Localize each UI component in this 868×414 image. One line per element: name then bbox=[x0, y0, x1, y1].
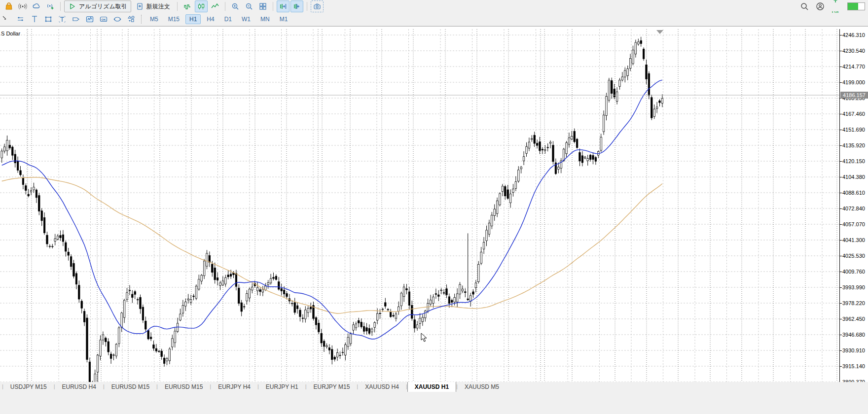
profile-icon[interactable] bbox=[816, 2, 825, 11]
trendlines-button[interactable] bbox=[14, 13, 27, 25]
chart-plot[interactable] bbox=[0, 29, 839, 398]
price-label: 4214.770 bbox=[842, 64, 865, 70]
chart-tab-eurjpy-h4[interactable]: EURJPY H4 bbox=[211, 382, 257, 392]
price-label: 3993.990 bbox=[842, 284, 865, 291]
chart-tab-eurusd-m15[interactable]: EURUSD M15 bbox=[105, 382, 156, 392]
vertical-line-button[interactable] bbox=[28, 13, 41, 25]
current-price-badge: 4186.157 bbox=[840, 92, 868, 99]
ok-dialog-button[interactable]: OK bbox=[97, 13, 110, 25]
price-label: 4246.310 bbox=[842, 32, 865, 38]
shapes-rect-button[interactable] bbox=[42, 13, 55, 25]
timeframe-w1[interactable]: W1 bbox=[238, 14, 254, 24]
new-order-button[interactable]: 新規注文 bbox=[132, 0, 174, 12]
price-tick bbox=[840, 240, 842, 241]
chart-tab-bar: |USDJPY M15|EURUSD H4|EURUSD M15|EURUSD … bbox=[0, 382, 868, 414]
candle-chart-icon bbox=[197, 2, 206, 11]
toolbar-separator bbox=[141, 15, 142, 24]
tick-chart-icon bbox=[183, 2, 192, 11]
timeframe-m15[interactable]: M15 bbox=[164, 14, 183, 24]
price-tick bbox=[840, 366, 842, 367]
timeframe-h4[interactable]: H4 bbox=[203, 14, 218, 24]
chart-tab-eurjpy-h1[interactable]: EURJPY H1 bbox=[259, 382, 305, 392]
price-label: 4135.920 bbox=[842, 142, 865, 149]
chart-tab-eurusd-m15[interactable]: EURUSD M15 bbox=[158, 382, 210, 392]
ok-dialog-icon: OK bbox=[99, 15, 108, 24]
algo-trading-label: アルゴリズム取引 bbox=[79, 2, 127, 11]
price-label: 4009.760 bbox=[842, 269, 865, 275]
shift-left-icon bbox=[292, 2, 301, 11]
text-tool-icon bbox=[58, 15, 67, 24]
zoom-out-button[interactable] bbox=[243, 0, 255, 12]
market-bag-icon bbox=[4, 2, 13, 11]
price-tick bbox=[840, 145, 842, 146]
price-tick bbox=[840, 35, 842, 35]
signal-add-button[interactable] bbox=[44, 0, 57, 12]
toolbar-separator bbox=[273, 2, 273, 11]
line-chart-icon bbox=[211, 2, 219, 11]
text-tool-button[interactable] bbox=[56, 13, 69, 25]
chart-tab-xauusd-h1[interactable]: XAUUSD H1 bbox=[407, 382, 456, 392]
price-label: 4230.540 bbox=[842, 48, 865, 54]
price-tick bbox=[840, 350, 842, 351]
ellipse-tool-button[interactable] bbox=[111, 13, 124, 25]
timeframe-m5[interactable]: M5 bbox=[146, 14, 162, 24]
vertical-line-icon bbox=[30, 15, 39, 24]
indicator-box-icon bbox=[85, 15, 94, 24]
new-order-icon bbox=[136, 2, 145, 11]
price-label: 3978.220 bbox=[842, 300, 865, 307]
price-label: 4025.530 bbox=[842, 253, 865, 259]
shapes-menu-icon bbox=[127, 15, 136, 24]
screenshot-button[interactable] bbox=[311, 0, 324, 12]
shift-left-button[interactable] bbox=[290, 0, 303, 12]
line-chart-button[interactable] bbox=[209, 0, 221, 12]
timeframe-mn[interactable]: MN bbox=[256, 14, 274, 24]
price-label: 4167.460 bbox=[842, 111, 865, 117]
price-tick bbox=[840, 82, 842, 83]
shift-right-icon bbox=[279, 2, 288, 11]
chart-symbol-title: S Dollar bbox=[1, 31, 20, 36]
algo-trading-button[interactable]: アルゴリズム取引 bbox=[64, 0, 131, 12]
price-label: 4072.840 bbox=[842, 206, 865, 212]
market-bag-button[interactable] bbox=[2, 0, 15, 12]
price-tick bbox=[840, 67, 842, 67]
cloud-button[interactable] bbox=[30, 0, 43, 12]
level-arrow-icon bbox=[832, 0, 840, 7]
chart-tab-eurusd-h4[interactable]: EURUSD H4 bbox=[55, 382, 103, 392]
price-tick bbox=[840, 193, 842, 193]
broadcast-button[interactable] bbox=[16, 0, 29, 12]
broadcast-icon bbox=[18, 2, 27, 11]
timeframe-m1[interactable]: M1 bbox=[276, 14, 292, 24]
drawing-toolbar: OK M5M15H1H4D1W1MNM1 bbox=[0, 13, 868, 26]
shift-right-button[interactable] bbox=[277, 0, 289, 12]
pointer-partial-button[interactable] bbox=[0, 13, 13, 25]
price-label: 4041.300 bbox=[842, 237, 865, 243]
price-axis[interactable]: 4246.3104230.5404214.7704199.0004183.230… bbox=[839, 29, 868, 398]
price-tick bbox=[840, 319, 842, 319]
zoom-in-button[interactable] bbox=[229, 0, 242, 12]
timeframe-h1[interactable]: H1 bbox=[185, 14, 201, 24]
price-label: 4151.690 bbox=[842, 127, 865, 133]
chart-tab-usdjpy-m15[interactable]: USDJPY M15 bbox=[3, 382, 54, 392]
price-label-button[interactable] bbox=[70, 13, 82, 25]
toolbar-separator bbox=[225, 2, 225, 11]
chart-tab-xauusd-m5[interactable]: XAUUSD M5 bbox=[458, 382, 506, 392]
new-order-label: 新規注文 bbox=[146, 2, 170, 11]
shapes-menu-button[interactable] bbox=[125, 13, 138, 25]
price-label-icon bbox=[72, 15, 80, 24]
tile-windows-button[interactable] bbox=[256, 0, 269, 12]
svg-text:OK: OK bbox=[102, 18, 107, 21]
zoom-in-icon bbox=[231, 2, 240, 11]
candle-chart-button[interactable] bbox=[195, 0, 208, 12]
toolbar-separator bbox=[177, 2, 178, 11]
indicator-box-button[interactable] bbox=[83, 13, 96, 25]
chart-tab-eurjpy-m15[interactable]: EURJPY M15 bbox=[307, 382, 357, 392]
price-tick bbox=[840, 335, 842, 335]
search-icon[interactable] bbox=[800, 2, 809, 11]
mouse-cursor bbox=[421, 333, 428, 343]
tick-chart-button[interactable] bbox=[181, 0, 194, 12]
price-tick bbox=[840, 256, 842, 256]
price-tick bbox=[840, 303, 842, 304]
chart-tab-xauusd-h4[interactable]: XAUUSD H4 bbox=[358, 382, 406, 392]
trendlines-icon bbox=[16, 15, 25, 24]
timeframe-d1[interactable]: D1 bbox=[220, 14, 236, 24]
